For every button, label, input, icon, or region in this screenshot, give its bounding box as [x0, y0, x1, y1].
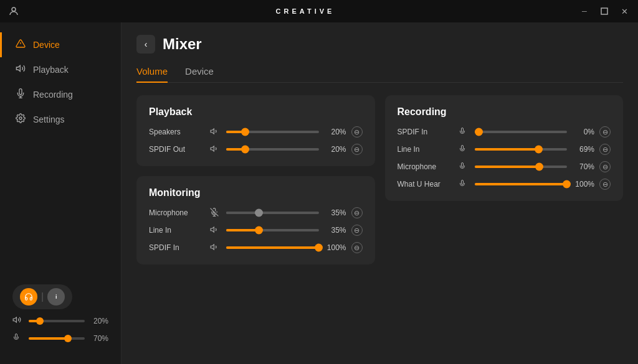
device-icons: | i — [12, 284, 72, 309]
monitoring-mic-value: 35% — [324, 208, 346, 217]
monitoring-card-title: Monitoring — [149, 187, 363, 198]
recording-mic-row: Microphone 70% ⊖ — [398, 161, 611, 172]
bottom-volume-row: 20% — [12, 314, 108, 327]
svg-marker-4 — [16, 65, 20, 71]
monitoring-spdif-thumb[interactable] — [315, 244, 323, 252]
mixer-grid: Playback Speakers 20% — [136, 95, 623, 264]
sidebar-item-playback[interactable]: Playback — [0, 57, 121, 82]
rec-spdif-track[interactable] — [475, 131, 568, 133]
bottom-volume-track[interactable] — [29, 320, 85, 322]
main-content: ‹ Mixer Volume Device Playback Speakers — [121, 22, 638, 364]
monitoring-spdif-menu[interactable]: ⊖ — [351, 242, 363, 253]
icon-divider: | — [41, 291, 44, 302]
bottom-mic-thumb[interactable] — [64, 335, 72, 342]
sidebar-nav: Device Playback Recording — [0, 32, 121, 274]
monitoring-spdif-track[interactable] — [226, 246, 319, 249]
headphone-button[interactable] — [20, 288, 37, 306]
tab-volume[interactable]: Volume — [136, 66, 168, 83]
bottom-mic-value: 70% — [90, 334, 108, 343]
monitoring-linein-menu[interactable]: ⊖ — [351, 225, 363, 236]
tabs: Volume Device — [136, 66, 623, 83]
monitoring-mic-thumb[interactable] — [255, 209, 263, 217]
svg-point-7 — [19, 117, 22, 119]
speakers-thumb[interactable] — [241, 128, 249, 136]
rec-whatuhear-thumb[interactable] — [563, 180, 571, 189]
sidebar-settings-label: Settings — [33, 114, 65, 124]
speakers-track[interactable] — [226, 131, 319, 133]
recording-icon — [14, 88, 27, 101]
back-button[interactable]: ‹ — [136, 35, 155, 54]
monitoring-mic-menu[interactable]: ⊖ — [351, 207, 363, 218]
app-body: Device Playback Recording — [0, 22, 638, 364]
rec-mic-fill — [475, 166, 540, 168]
sidebar: Device Playback Recording — [0, 22, 121, 364]
sidebar-item-device[interactable]: Device — [0, 32, 121, 57]
settings-icon — [14, 113, 27, 126]
rec-linein-track[interactable] — [475, 148, 568, 151]
rec-whatuhear-menu[interactable]: ⊖ — [599, 179, 611, 190]
monitoring-linein-track[interactable] — [226, 229, 319, 231]
titlebar-left — [7, 5, 32, 17]
close-button[interactable]: ✕ — [618, 5, 631, 17]
bottom-mic-row: 70% — [12, 332, 108, 344]
rec-spdif-menu[interactable]: ⊖ — [599, 126, 611, 138]
playback-spdif-row: SPDIF Out 20% ⊖ — [149, 144, 363, 155]
spdif-out-menu[interactable]: ⊖ — [351, 144, 363, 155]
rec-mic-label: Microphone — [398, 162, 454, 171]
bottom-mic-fill — [29, 337, 68, 340]
bottom-volume-thumb[interactable] — [36, 317, 44, 325]
spdif-out-track[interactable] — [226, 148, 319, 151]
playback-speakers-row: Speakers 20% ⊖ — [149, 126, 363, 138]
svg-marker-9 — [211, 128, 214, 133]
rec-whatuhear-icon — [459, 180, 470, 189]
right-column: Recording SPDIF In 0% — [385, 95, 624, 264]
recording-card: Recording SPDIF In 0% — [385, 95, 624, 201]
rec-mic-track[interactable] — [475, 166, 568, 168]
speakers-menu[interactable]: ⊖ — [351, 126, 363, 138]
minimize-button[interactable]: ─ — [578, 5, 591, 17]
rec-mic-icon — [459, 162, 470, 172]
rec-linein-thumb[interactable] — [535, 146, 543, 154]
bottom-volume-icon — [12, 315, 24, 326]
window-controls: ─ ✕ — [578, 5, 631, 17]
spdif-out-thumb[interactable] — [241, 146, 249, 154]
rec-spdif-value: 0% — [572, 128, 594, 136]
tab-device[interactable]: Device — [185, 66, 214, 83]
monitoring-mic-track[interactable] — [226, 212, 319, 214]
svg-point-0 — [12, 7, 16, 11]
playback-card: Playback Speakers 20% — [136, 95, 375, 166]
monitoring-linein-value: 35% — [324, 226, 346, 235]
recording-card-title: Recording — [398, 106, 611, 118]
sidebar-recording-label: Recording — [33, 90, 73, 100]
playback-card-title: Playback — [149, 106, 363, 118]
rec-mic-thumb[interactable] — [535, 163, 543, 171]
bottom-mic-track[interactable] — [29, 337, 85, 340]
recording-spdif-row: SPDIF In 0% ⊖ — [398, 126, 611, 138]
recording-linein-row: Line In 69% ⊖ — [398, 144, 611, 155]
playback-icon — [14, 63, 27, 76]
sidebar-playback-label: Playback — [33, 65, 69, 75]
account-button[interactable] — [7, 5, 20, 17]
monitoring-linein-icon — [210, 225, 221, 236]
rec-linein-label: Line In — [398, 145, 454, 154]
rec-whatuhear-fill — [475, 183, 568, 185]
svg-marker-8 — [13, 317, 16, 322]
maximize-button[interactable] — [598, 5, 611, 17]
device-button[interactable]: i — [47, 288, 65, 306]
recording-whatuhear-row: What U Hear 100% ⊖ — [398, 179, 611, 190]
rec-mic-menu[interactable]: ⊖ — [599, 161, 611, 172]
svg-rect-1 — [601, 8, 607, 14]
sidebar-bottom: | i 20% — [0, 274, 121, 354]
sidebar-item-recording[interactable]: Recording — [0, 82, 121, 107]
speakers-value: 20% — [324, 128, 346, 136]
rec-spdif-thumb[interactable] — [475, 128, 483, 136]
app-logo: CREATIVE — [32, 7, 578, 15]
rec-linein-value: 69% — [572, 145, 594, 154]
rec-spdif-label: SPDIF In — [398, 128, 454, 136]
rec-whatuhear-track[interactable] — [475, 183, 568, 185]
monitoring-mic-row: Microphone — [149, 207, 363, 218]
sidebar-item-settings[interactable]: Settings — [0, 107, 121, 132]
rec-linein-fill — [475, 148, 538, 151]
monitoring-linein-thumb[interactable] — [255, 226, 263, 235]
rec-linein-menu[interactable]: ⊖ — [599, 144, 611, 155]
